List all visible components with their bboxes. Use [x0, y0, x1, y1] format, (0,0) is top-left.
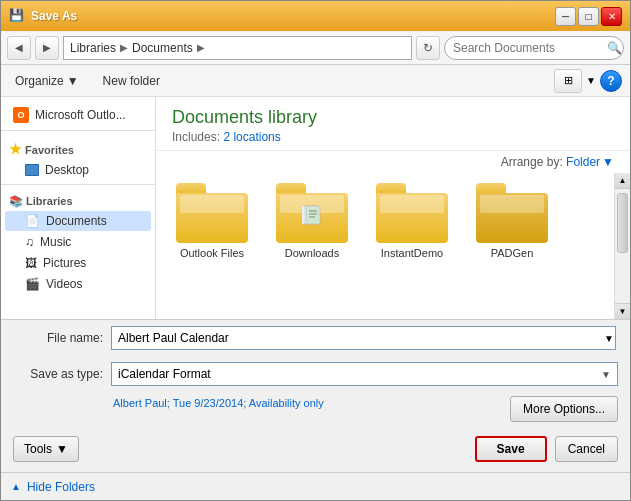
file-name-label: File name: — [13, 331, 103, 345]
more-options-button[interactable]: More Options... — [510, 396, 618, 422]
videos-icon: 🎬 — [25, 277, 40, 291]
title-bar-buttons: ─ □ ✕ — [555, 7, 622, 26]
organize-arrow: ▼ — [67, 74, 79, 88]
file-name-row: File name: ▼ — [1, 320, 630, 356]
favorites-label: Favorites — [25, 144, 74, 156]
cancel-button[interactable]: Cancel — [555, 436, 618, 462]
info-text: Albert Paul; Tue 9/23/2014; Availability… — [113, 396, 510, 411]
arrange-folder-button[interactable]: Folder ▼ — [566, 155, 614, 169]
search-icon: 🔍 — [607, 41, 622, 55]
sidebar: O Microsoft Outlo... ★ Favorites Desktop… — [1, 97, 156, 319]
path-segment-documents: Documents — [132, 41, 193, 55]
scrollbar-up-button[interactable]: ▲ — [615, 173, 630, 189]
path-segment-libraries: Libraries — [70, 41, 116, 55]
forward-button[interactable]: ▶ — [35, 36, 59, 60]
tools-button[interactable]: Tools ▼ — [13, 436, 79, 462]
folder-item-downloads[interactable]: Downloads — [272, 183, 352, 259]
sidebar-item-label-documents: Documents — [46, 214, 107, 228]
pictures-icon: 🖼 — [25, 256, 37, 270]
music-icon: ♫ — [25, 235, 34, 249]
folder-icon-instantdemo — [376, 183, 448, 243]
hide-folders-arrow-icon: ▲ — [11, 481, 21, 492]
toolbar-right: ⊞ ▼ ? — [554, 69, 622, 93]
svg-rect-2 — [306, 206, 320, 224]
folder-item-instantdemo[interactable]: InstantDemo — [372, 183, 452, 259]
path-arrow-2: ▶ — [197, 42, 205, 53]
title-bar: 💾 Save As ─ □ ✕ — [1, 1, 630, 31]
libraries-header: 📚 Libraries — [1, 189, 155, 210]
toolbar: Organize ▼ New folder ⊞ ▼ ? — [1, 65, 630, 97]
arrange-value: Folder — [566, 155, 600, 169]
sidebar-item-outlook[interactable]: O Microsoft Outlo... — [5, 104, 151, 126]
content-title: Documents library — [172, 107, 614, 128]
subtitle-includes: Includes: — [172, 130, 220, 144]
view-arrow[interactable]: ▼ — [586, 75, 596, 86]
minimize-button[interactable]: ─ — [555, 7, 576, 26]
refresh-button[interactable]: ↻ — [416, 36, 440, 60]
scrollbar: ▲ ▼ — [614, 173, 630, 319]
scrollbar-thumb[interactable] — [617, 193, 628, 253]
sidebar-item-music[interactable]: ♫ Music — [5, 232, 151, 252]
arrange-arrow: ▼ — [602, 155, 614, 169]
search-box[interactable]: 🔍 — [444, 36, 624, 60]
close-button[interactable]: ✕ — [601, 7, 622, 26]
sidebar-item-label-desktop: Desktop — [45, 163, 89, 177]
back-button[interactable]: ◀ — [7, 36, 31, 60]
tools-label: Tools — [24, 442, 52, 456]
window-title: Save As — [31, 9, 549, 23]
folder-item-outlook-files[interactable]: Outlook Files — [172, 183, 252, 259]
folder-label-padgen: PADGen — [491, 247, 534, 259]
folder-item-padgen[interactable]: PADGen — [472, 183, 552, 259]
new-folder-button[interactable]: New folder — [97, 71, 166, 91]
search-input[interactable] — [453, 41, 603, 55]
save-as-type-select[interactable]: iCalendar Format ▼ — [111, 362, 618, 386]
sidebar-item-label-music: Music — [40, 235, 71, 249]
view-toggle-button[interactable]: ⊞ — [554, 69, 582, 93]
folder-label-outlook-files: Outlook Files — [180, 247, 244, 259]
folder-icon-padgen — [476, 183, 548, 243]
sidebar-item-documents[interactable]: 📄 Documents — [5, 211, 151, 231]
scrollbar-down-button[interactable]: ▼ — [615, 303, 630, 319]
content-header: Documents library Includes: 2 locations — [156, 97, 630, 151]
save-as-type-row: Save as type: iCalendar Format ▼ — [1, 356, 630, 392]
sidebar-item-desktop[interactable]: Desktop — [5, 160, 151, 180]
files-area: Outlook Files — [156, 173, 614, 319]
folder-icon-downloads — [276, 183, 348, 243]
save-as-type-label: Save as type: — [13, 367, 103, 381]
maximize-button[interactable]: □ — [578, 7, 599, 26]
favorites-header: ★ Favorites — [1, 135, 155, 159]
help-button[interactable]: ? — [600, 70, 622, 92]
save-as-dialog: 💾 Save As ─ □ ✕ ◀ ▶ Libraries ▶ Document… — [0, 0, 631, 501]
hide-folders-label[interactable]: Hide Folders — [27, 480, 95, 494]
save-as-type-arrow: ▼ — [601, 369, 611, 380]
folder-overlay-downloads — [298, 204, 326, 235]
locations-link[interactable]: 2 locations — [223, 130, 280, 144]
file-name-input[interactable] — [111, 326, 616, 350]
tools-arrow: ▼ — [56, 442, 68, 456]
sidebar-divider-1 — [1, 130, 155, 131]
hide-folders-bar: ▲ Hide Folders — [1, 472, 630, 500]
organize-label: Organize — [15, 74, 64, 88]
save-as-type-value: iCalendar Format — [118, 367, 211, 381]
save-button[interactable]: Save — [475, 436, 547, 462]
documents-icon: 📄 — [25, 214, 40, 228]
outlook-icon: O — [13, 107, 29, 123]
content-area: Documents library Includes: 2 locations … — [156, 97, 630, 319]
bottom-area: File name: ▼ Save as type: iCalendar For… — [1, 319, 630, 500]
new-folder-label: New folder — [103, 74, 160, 88]
address-path[interactable]: Libraries ▶ Documents ▶ — [63, 36, 412, 60]
desktop-icon — [25, 164, 39, 176]
organize-button[interactable]: Organize ▼ — [9, 71, 85, 91]
sidebar-item-label-pictures: Pictures — [43, 256, 86, 270]
info-actions-row: Albert Paul; Tue 9/23/2014; Availability… — [1, 392, 630, 430]
libraries-label: Libraries — [26, 195, 72, 207]
files-scroll-area: Outlook Files — [156, 173, 630, 319]
favorites-icon: ★ — [9, 141, 22, 157]
libraries-icon: 📚 — [9, 195, 23, 207]
sidebar-item-videos[interactable]: 🎬 Videos — [5, 274, 151, 294]
folder-icon-outlook-files — [176, 183, 248, 243]
sidebar-item-pictures[interactable]: 🖼 Pictures — [5, 253, 151, 273]
file-name-dropdown-arrow[interactable]: ▼ — [604, 333, 618, 344]
window-icon: 💾 — [9, 8, 25, 24]
sidebar-divider-2 — [1, 184, 155, 185]
